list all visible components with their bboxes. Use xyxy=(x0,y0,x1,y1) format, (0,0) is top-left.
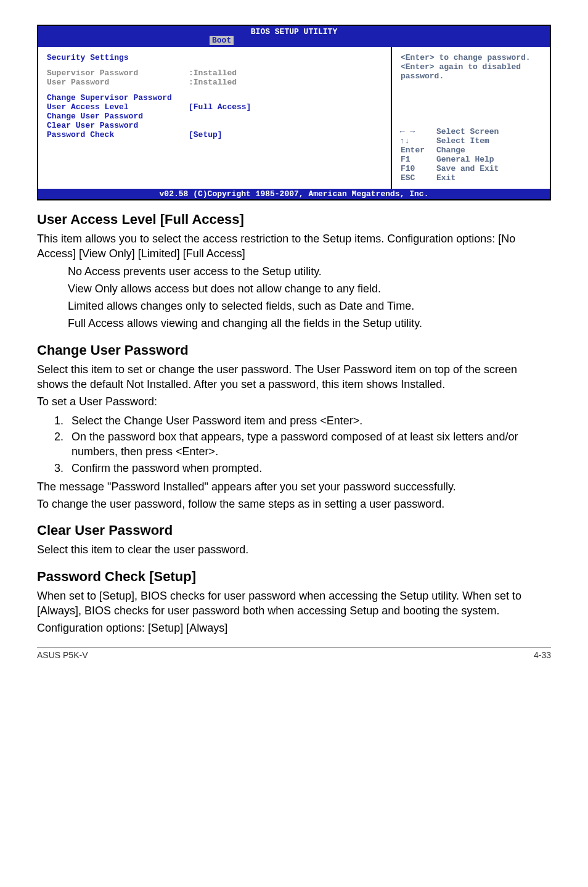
bios-header: BIOS SETUP UTILITY Boot xyxy=(38,26,550,47)
nav-f1-key: F1 xyxy=(401,155,436,164)
user-password-label: User Password xyxy=(47,78,189,87)
user-access-p1: This item allows you to select the acces… xyxy=(37,231,551,262)
change-user-p4: To change the user password, follow the … xyxy=(37,497,551,511)
nav-f1-label: General Help xyxy=(436,155,494,164)
change-supervisor-item: Change Supervisor Password xyxy=(47,93,382,102)
change-user-item: Change User Password xyxy=(47,112,382,121)
pw-check-p2: Configuration options: [Setup] [Always] xyxy=(37,621,551,635)
change-user-heading: Change User Password xyxy=(37,342,551,358)
page-footer: ASUS P5K-V 4-33 xyxy=(37,647,551,660)
user-access-heading: User Access Level [Full Access] xyxy=(37,212,551,228)
arrows-ud-icon: ↑↓ xyxy=(400,136,438,146)
nav-f10: F10 Save and Exit xyxy=(401,164,544,173)
change-user-p3: The message "Password Installed" appears… xyxy=(37,479,551,494)
nav-esc-key: ESC xyxy=(401,173,436,183)
help-line2: <Enter> again to disabled password. xyxy=(401,62,544,81)
user-access-i2: View Only allows access but does not all… xyxy=(37,281,551,296)
bios-footer: v02.58 (C)Copyright 1985-2007, American … xyxy=(38,189,550,199)
supervisor-password-label: Supervisor Password xyxy=(47,68,189,78)
change-user-step2: On the password box that appears, type a… xyxy=(67,429,551,460)
arrows-lr-icon: ← → xyxy=(400,127,438,136)
supervisor-password-value: :Installed xyxy=(189,68,237,78)
user-access-i1: No Access prevents user access to the Se… xyxy=(37,264,551,279)
change-user-step1: Select the Change User Password item and… xyxy=(67,413,551,428)
nav-esc-label: Exit xyxy=(436,173,455,183)
clear-user-p1: Select this item to clear the user passw… xyxy=(37,542,551,557)
clear-user-item: Clear User Password xyxy=(47,121,382,130)
user-password-row: User Password :Installed xyxy=(47,78,382,87)
bios-body: Security Settings Supervisor Password :I… xyxy=(38,47,550,189)
user-access-level-label: User Access Level xyxy=(47,102,189,112)
nav-select-screen-label: Select Screen xyxy=(436,127,499,136)
nav-enter-label: Change xyxy=(436,146,465,155)
user-password-value: :Installed xyxy=(189,78,237,87)
pw-check-p1: When set to [Setup], BIOS checks for use… xyxy=(37,588,551,619)
document-page: BIOS SETUP UTILITY Boot Security Setting… xyxy=(0,0,588,672)
pw-check-heading: Password Check [Setup] xyxy=(37,569,551,585)
change-user-steps: Select the Change User Password item and… xyxy=(37,413,551,476)
nav-select-item: ↑↓ Select Item xyxy=(401,136,544,146)
help-line1: <Enter> to change password. xyxy=(401,53,544,62)
change-user-step3: Confirm the password when prompted. xyxy=(67,461,551,476)
nav-enter-key: Enter xyxy=(401,146,436,155)
user-access-level-value: [Full Access] xyxy=(189,102,251,112)
bios-tab-boot: Boot xyxy=(210,36,234,45)
user-access-i3: Limited allows changes only to selected … xyxy=(37,299,551,313)
bios-setup-screenshot: BIOS SETUP UTILITY Boot Security Setting… xyxy=(37,25,551,200)
change-user-p1: Select this item to set or change the us… xyxy=(37,362,551,392)
user-access-i4: Full Access allows viewing and changing … xyxy=(37,316,551,331)
change-user-p2: To set a User Password: xyxy=(37,394,551,409)
bios-title: BIOS SETUP UTILITY xyxy=(41,27,547,36)
security-menu-block: Change Supervisor Password User Access L… xyxy=(47,93,382,139)
nav-enter: Enter Change xyxy=(401,146,544,155)
password-check-value: [Setup] xyxy=(189,130,223,139)
password-status-block: Supervisor Password :Installed User Pass… xyxy=(47,68,382,87)
nav-f1: F1 General Help xyxy=(401,155,544,164)
nav-select-item-label: Select Item xyxy=(436,136,489,146)
bios-help-panel: <Enter> to change password. <Enter> agai… xyxy=(392,47,550,189)
footer-left: ASUS P5K-V xyxy=(37,650,88,660)
nav-esc: ESC Exit xyxy=(401,173,544,183)
context-help-text: <Enter> to change password. <Enter> agai… xyxy=(401,53,544,81)
supervisor-password-row: Supervisor Password :Installed xyxy=(47,68,382,78)
security-heading: Security Settings xyxy=(47,53,382,62)
password-check-item: Password Check [Setup] xyxy=(47,130,382,139)
nav-keys-block: ← → Select Screen ↑↓ Select Item Enter C… xyxy=(401,127,544,183)
user-access-level-item: User Access Level [Full Access] xyxy=(47,102,382,112)
clear-user-heading: Clear User Password xyxy=(37,522,551,538)
bios-main-panel: Security Settings Supervisor Password :I… xyxy=(38,47,392,189)
nav-f10-key: F10 xyxy=(401,164,436,173)
nav-f10-label: Save and Exit xyxy=(436,164,499,173)
password-check-label: Password Check xyxy=(47,130,189,139)
footer-right: 4-33 xyxy=(534,650,551,660)
nav-select-screen: ← → Select Screen xyxy=(401,127,544,136)
